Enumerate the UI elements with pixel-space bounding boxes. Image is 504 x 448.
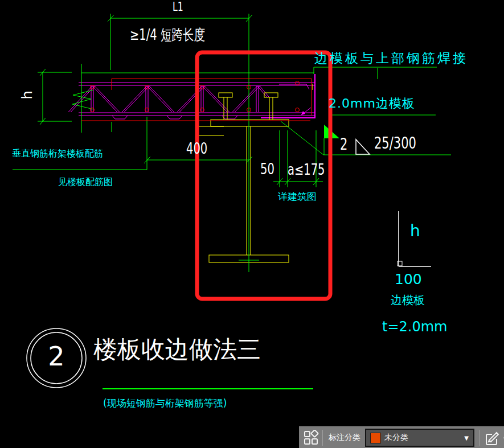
category-label: 标注分类 [326, 433, 363, 443]
legend-100-label: 100 [395, 272, 422, 286]
cad-linework [0, 0, 504, 448]
formwork-note-label: 2.0mm边模板 [329, 97, 415, 110]
legend-thickness-label: t=2.0mm [382, 320, 447, 334]
dim-h-left-label: h [21, 91, 34, 99]
weld-spec-label: 25/300 [374, 135, 416, 151]
truss-label-line1: 垂直钢筋桁架楼板配筋 [12, 149, 103, 158]
edit-icon [483, 429, 501, 447]
arch-ref-label: 详建筑图 [278, 192, 317, 202]
dim-50-label: 50 [260, 162, 274, 176]
weld-note-top-label: 边模板与上部钢筋焊接 [314, 52, 468, 65]
dim-a175-label: a≤175 [288, 162, 325, 177]
detail-number: 2 [42, 343, 71, 369]
truss-deck-lines [68, 83, 315, 119]
dim-l1-label: L1 [173, 1, 183, 13]
toolbar-separator [479, 430, 480, 446]
edit-annotation-button[interactable] [483, 429, 501, 447]
category-grid-button[interactable] [303, 430, 319, 446]
toolbar-separator [322, 430, 323, 446]
truss-label-line2: 见楼板配筋图 [58, 178, 113, 187]
detail-subtitle: (现场短钢筋与桁架钢筋等强) [103, 398, 227, 408]
legend-name-label: 边模板 [391, 294, 425, 306]
category-dropdown-value: 未分类 [384, 433, 464, 443]
span-note-label: ≥1/4 短跨长度 [130, 27, 205, 42]
legend-h-label: h [410, 223, 420, 239]
detail-title: 楼板收边做法三 [93, 338, 261, 361]
edge-formwork-lines [261, 74, 315, 118]
category-color-swatch [370, 433, 381, 443]
chevron-down-icon: ▼ [464, 435, 473, 441]
annotation-toolbar: 标注分类 未分类 ▼ [299, 426, 504, 448]
dim-400-label: 400 [186, 141, 207, 156]
category-dropdown[interactable]: 未分类 ▼ [365, 429, 474, 447]
cad-canvas: L1 ≥1/4 短跨长度 边模板与上部钢筋焊接 2.0mm边模板 h 垂直钢筋桁… [0, 0, 504, 448]
weld-count-label: 2 [340, 137, 347, 153]
category-grid-icon [303, 430, 319, 446]
